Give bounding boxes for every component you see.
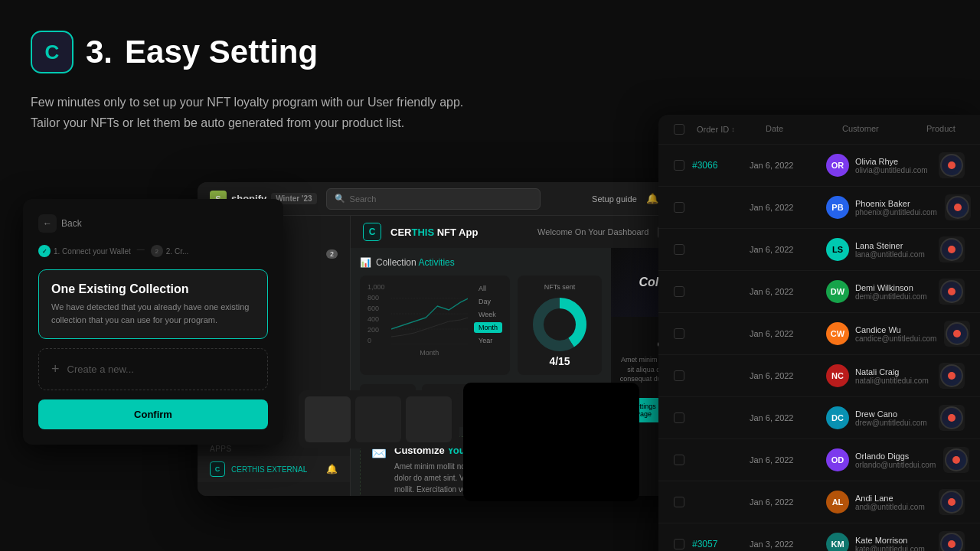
filter-month[interactable]: Month: [474, 322, 502, 333]
product-thumb: [939, 363, 965, 389]
table-row[interactable]: Jan 6, 2022 DW Demi Wilkinson demi@untit…: [658, 271, 980, 313]
step-separator: —: [137, 245, 145, 257]
filter-week[interactable]: Week: [474, 309, 502, 320]
back-button[interactable]: ← Back: [38, 214, 268, 233]
customer-avatar: DW: [826, 280, 849, 303]
customer-info: OR Olivia Rhye olivia@untitledui.com: [826, 154, 931, 177]
table-row[interactable]: Jan 6, 2022 AL Andi Lane andi@untitledui…: [658, 481, 980, 523]
row-checkbox[interactable]: [674, 455, 684, 465]
header-checkbox[interactable]: [674, 124, 684, 135]
donut-chart: [529, 294, 590, 355]
sort-icon: ↕: [731, 126, 735, 133]
plus-icon: +: [51, 361, 60, 377]
order-date: Jan 6, 2022: [750, 161, 818, 170]
nft-disc: [940, 406, 963, 429]
nft-disc: [940, 280, 963, 303]
confirm-button[interactable]: Confirm: [38, 399, 268, 429]
nft-disc: [946, 196, 969, 219]
customer-name: Orlando Diggs: [855, 452, 936, 461]
table-row[interactable]: #3057 Jan 3, 2022 KM Kate Morrison kate@…: [658, 523, 980, 551]
filter-all[interactable]: All: [474, 283, 502, 294]
table-row[interactable]: Jan 6, 2022 CW Candice Wu candice@untitl…: [658, 313, 980, 355]
product-thumb: [939, 279, 965, 305]
customer-name: Kate Morrison: [855, 536, 931, 545]
row-checkbox[interactable]: [674, 412, 684, 423]
new-collection-label: Create a new...: [67, 364, 134, 375]
nft-disc: [940, 364, 963, 387]
search-icon: 🔍: [335, 194, 345, 204]
customer-avatar: OD: [826, 448, 849, 471]
row-checkbox[interactable]: [674, 497, 684, 507]
customer-info: AL Andi Lane andi@untitledui.com: [826, 491, 931, 514]
order-date: Jan 6, 2022: [750, 287, 818, 296]
table-row[interactable]: #3066 Jan 6, 2022 OR Olivia Rhye olivia@…: [658, 145, 980, 187]
notification-icon[interactable]: 🔔: [646, 193, 658, 204]
order-date: Jan 6, 2022: [750, 455, 818, 465]
black-overlay-box: [463, 383, 639, 501]
customer-name: Candice Wu: [855, 325, 936, 334]
nft-disc: [940, 154, 963, 177]
row-checkbox[interactable]: [674, 328, 684, 339]
existing-collection-card[interactable]: One Existing Collection We have detected…: [38, 269, 268, 339]
row-checkbox[interactable]: [674, 160, 684, 171]
table-row[interactable]: Jan 6, 2022 DC Drew Cano drew@untitledui…: [658, 397, 980, 439]
new-collection-card[interactable]: + Create a new...: [38, 348, 268, 390]
customer-avatar: NC: [826, 364, 849, 387]
customer-email: olivia@untitledui.com: [855, 166, 931, 174]
customer-info: PB Phoenix Baker phoenix@untitledui.com: [826, 196, 937, 219]
col-product: Product: [926, 124, 965, 135]
row-checkbox[interactable]: [674, 286, 684, 297]
nft-disc: [945, 448, 968, 471]
order-date: Jan 6, 2022: [750, 497, 818, 507]
section-title: 📊 Collection Activities: [360, 257, 602, 268]
nft-image-3: [406, 396, 452, 442]
donut-value: 4/15: [549, 355, 570, 367]
shopify-search[interactable]: 🔍 Search: [326, 188, 541, 210]
checkbox-header: [674, 124, 689, 135]
customer-avatar: CW: [826, 322, 849, 345]
chart-area: 1,0008006004002000: [360, 276, 602, 375]
table-row[interactable]: Jan 6, 2022 NC Natali Craig natali@untit…: [658, 355, 980, 397]
page-description: Few minutes only to set up your NFT loya…: [31, 92, 490, 133]
order-date: Jan 6, 2022: [750, 329, 818, 338]
product-thumb: [939, 405, 965, 431]
customer-avatar: LS: [826, 238, 849, 261]
product-thumb: [945, 194, 971, 220]
order-id: #3066: [692, 160, 742, 171]
table-row[interactable]: Jan 6, 2022 LS Lana Steiner lana@untitle…: [658, 229, 980, 271]
row-checkbox[interactable]: [674, 539, 684, 549]
customer-email: drew@untitledui.com: [855, 419, 931, 427]
table-header: Order ID ↕ Date Customer Product: [658, 115, 980, 145]
customer-name: Demi Wilkinson: [855, 283, 931, 292]
back-arrow-icon: ←: [38, 214, 57, 233]
customer-email: demi@untitledui.com: [855, 292, 931, 301]
sidebar-item-certhis[interactable]: C CERTHIS EXTERNAL 🔔: [198, 456, 350, 482]
product-thumb: [939, 531, 965, 551]
customer-text: Orlando Diggs orlando@untitledui.com: [855, 452, 936, 469]
chart-x-label: Month: [391, 349, 468, 357]
customer-email: andi@untitledui.com: [855, 503, 931, 511]
filter-day[interactable]: Day: [474, 296, 502, 307]
col-order-id[interactable]: Order ID ↕: [697, 124, 758, 135]
overlay-panel: ← Back ✓ 1. Connect your Wallet — 2 2. C…: [23, 199, 283, 445]
customer-text: Drew Cano drew@untitledui.com: [855, 409, 931, 427]
filter-year[interactable]: Year: [474, 335, 502, 346]
customer-email: phoenix@untitledui.com: [855, 208, 937, 217]
customer-email: orlando@untitledui.com: [855, 461, 936, 469]
row-checkbox[interactable]: [674, 244, 684, 255]
order-date: Jan 6, 2022: [750, 245, 818, 254]
customer-avatar: PB: [826, 196, 849, 219]
row-checkbox[interactable]: [674, 202, 684, 213]
customer-text: Andi Lane andi@untitledui.com: [855, 494, 931, 511]
table-row[interactable]: Jan 6, 2022 PB Phoenix Baker phoenix@unt…: [658, 187, 980, 229]
customer-text: Natali Craig natali@untitledui.com: [855, 367, 931, 385]
customer-email: kate@untitledui.com: [855, 545, 931, 552]
search-placeholder: Search: [350, 194, 377, 204]
nft-disc: [940, 238, 963, 261]
donut-chart-container: NFTs sent 4/15: [518, 276, 602, 375]
customer-info: KM Kate Morrison kate@untitledui.com: [826, 533, 931, 551]
chart-y-labels: 1,0008006004002000: [368, 283, 385, 344]
row-checkbox[interactable]: [674, 370, 684, 381]
table-row[interactable]: Jan 6, 2022 OD Orlando Diggs orlando@unt…: [658, 439, 980, 481]
setup-guide[interactable]: Setup guide: [592, 194, 637, 204]
